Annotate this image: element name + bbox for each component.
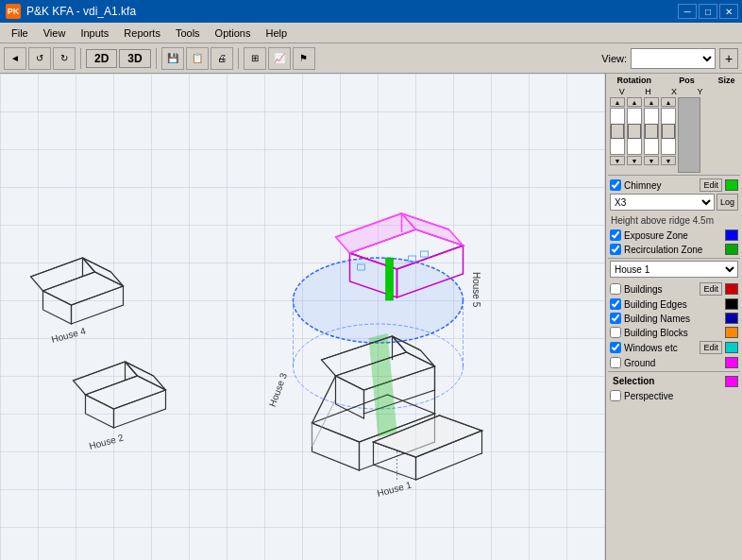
building-blocks-color-swatch[interactable] bbox=[725, 327, 738, 338]
v-thumb[interactable] bbox=[611, 124, 624, 139]
toolbar-2d-button[interactable]: 2D bbox=[86, 49, 117, 68]
x3-combo[interactable]: X3 bbox=[610, 194, 715, 211]
toolbar-flag-btn[interactable]: ⚑ bbox=[293, 47, 315, 70]
perspective-checkbox[interactable] bbox=[610, 390, 621, 401]
v-up-button[interactable]: ▲ bbox=[610, 97, 625, 107]
selection-row: Selection bbox=[608, 374, 740, 388]
divider-1 bbox=[608, 175, 740, 176]
x-up-button[interactable]: ▲ bbox=[644, 97, 659, 107]
h-track bbox=[627, 108, 642, 155]
size-box bbox=[678, 97, 700, 173]
svg-marker-1 bbox=[43, 291, 72, 324]
x3-log-row: X3 Log bbox=[608, 194, 740, 211]
chimney-edit-button[interactable]: Edit bbox=[700, 178, 722, 192]
canvas-area[interactable]: House 4 House 2 bbox=[0, 74, 605, 560]
v-label: V bbox=[610, 87, 634, 96]
y-down-button[interactable]: ▼ bbox=[661, 156, 676, 165]
maximize-button[interactable]: □ bbox=[699, 4, 717, 19]
toolbar-chart-btn[interactable]: 📈 bbox=[268, 47, 291, 70]
building-edges-color-swatch[interactable] bbox=[725, 298, 738, 310]
building-blocks-label: Building Blocks bbox=[624, 328, 722, 338]
windows-label: Windows etc bbox=[624, 343, 697, 353]
h-down-button[interactable]: ▼ bbox=[627, 156, 642, 165]
svg-marker-23 bbox=[312, 423, 360, 470]
buildings-edit-button[interactable]: Edit bbox=[700, 282, 722, 296]
menu-options[interactable]: Options bbox=[208, 25, 259, 41]
toolbar-save-btn[interactable]: 💾 bbox=[161, 47, 184, 70]
toolbar: ◄ ↺ ↻ 2D 3D 💾 📋 🖨 ⊞ 📈 ⚑ View: + bbox=[0, 43, 742, 74]
exposure-color-swatch[interactable] bbox=[725, 229, 738, 241]
menu-help[interactable]: Help bbox=[259, 25, 295, 41]
y-up-button[interactable]: ▲ bbox=[661, 97, 676, 107]
svg-marker-4 bbox=[83, 258, 124, 286]
minimize-button[interactable]: ─ bbox=[678, 4, 697, 19]
svg-line-7 bbox=[83, 258, 111, 272]
svg-line-15 bbox=[74, 362, 126, 381]
ground-color-swatch[interactable] bbox=[725, 357, 738, 368]
toolbar-redo-btn[interactable]: ↻ bbox=[53, 47, 76, 70]
recirculation-color-swatch[interactable] bbox=[725, 244, 738, 255]
ground-label: Ground bbox=[624, 358, 722, 368]
recirculation-row: Recirculation Zone bbox=[608, 243, 740, 256]
menu-tools[interactable]: Tools bbox=[168, 25, 208, 41]
chimney-label: Chimney bbox=[624, 180, 697, 191]
building-names-checkbox[interactable] bbox=[610, 313, 621, 324]
buildings-checkbox[interactable] bbox=[610, 283, 621, 295]
ground-checkbox[interactable] bbox=[610, 357, 621, 368]
svg-marker-13 bbox=[126, 362, 166, 390]
log-button[interactable]: Log bbox=[717, 194, 738, 211]
menu-inputs[interactable]: Inputs bbox=[73, 25, 116, 41]
toolbar-back-btn[interactable]: ◄ bbox=[4, 47, 26, 70]
house-combo[interactable]: House 1 bbox=[610, 261, 738, 278]
x-track bbox=[644, 108, 659, 155]
y-track bbox=[661, 108, 676, 155]
buildings-label: Buildings bbox=[624, 284, 697, 295]
menu-file[interactable]: File bbox=[4, 25, 36, 41]
ground-row: Ground bbox=[608, 356, 740, 369]
buildings-color-swatch[interactable] bbox=[725, 283, 738, 295]
add-view-button[interactable]: + bbox=[719, 48, 738, 69]
toolbar-grid-btn[interactable]: ⊞ bbox=[244, 47, 266, 70]
spin-controls-row: ▲ ▼ ▲ ▼ ▲ ▼ ▲ ▼ bbox=[608, 97, 740, 173]
house-combo-row: House 1 bbox=[608, 261, 740, 280]
v-down-button[interactable]: ▼ bbox=[610, 156, 625, 165]
building-edges-label: Building Edges bbox=[624, 299, 722, 310]
x-down-button[interactable]: ▼ bbox=[644, 156, 659, 165]
toolbar-print-btn[interactable]: 🖨 bbox=[211, 47, 233, 70]
chimney-color-swatch[interactable] bbox=[725, 179, 738, 191]
perspective-row: Perspective bbox=[608, 389, 740, 402]
building-blocks-checkbox[interactable] bbox=[610, 327, 621, 338]
v-spin: ▲ ▼ bbox=[610, 97, 625, 173]
toolbar-sep-2 bbox=[156, 48, 157, 69]
vhxy-row: V H X Y bbox=[608, 87, 740, 96]
selection-label: Selection bbox=[610, 375, 657, 387]
windows-color-swatch[interactable] bbox=[725, 342, 738, 353]
menu-view[interactable]: View bbox=[36, 25, 74, 41]
right-panel: Rotation Pos Size V H X Y ▲ ▼ ▲ ▼ bbox=[605, 74, 742, 560]
chimney-checkbox[interactable] bbox=[610, 179, 621, 191]
windows-checkbox[interactable] bbox=[610, 342, 621, 353]
windows-edit-button[interactable]: Edit bbox=[700, 341, 722, 354]
exposure-checkbox[interactable] bbox=[610, 229, 621, 241]
toolbar-undo-btn[interactable]: ↺ bbox=[28, 47, 51, 70]
panel-header-row: Rotation Pos Size bbox=[608, 76, 740, 85]
svg-marker-9 bbox=[86, 376, 166, 409]
close-button[interactable]: ✕ bbox=[719, 4, 738, 19]
h-up-button[interactable]: ▲ bbox=[627, 97, 642, 107]
divider-3 bbox=[608, 371, 740, 372]
building-edges-checkbox[interactable] bbox=[610, 298, 621, 310]
toolbar-copy-btn[interactable]: 📋 bbox=[186, 47, 209, 70]
recirculation-checkbox[interactable] bbox=[610, 244, 621, 255]
h-thumb[interactable] bbox=[628, 124, 641, 139]
menu-reports[interactable]: Reports bbox=[116, 25, 168, 41]
building-names-color-swatch[interactable] bbox=[725, 313, 738, 324]
main-area: House 4 House 2 bbox=[0, 74, 742, 560]
v-track bbox=[610, 108, 625, 155]
x-label: X bbox=[662, 87, 686, 96]
toolbar-3d-button[interactable]: 3D bbox=[119, 49, 150, 68]
view-combo[interactable] bbox=[631, 48, 716, 69]
x-thumb[interactable] bbox=[645, 124, 658, 139]
svg-text:House 3: House 3 bbox=[267, 371, 289, 408]
selection-color-swatch[interactable] bbox=[725, 376, 738, 387]
y-thumb[interactable] bbox=[662, 124, 675, 139]
